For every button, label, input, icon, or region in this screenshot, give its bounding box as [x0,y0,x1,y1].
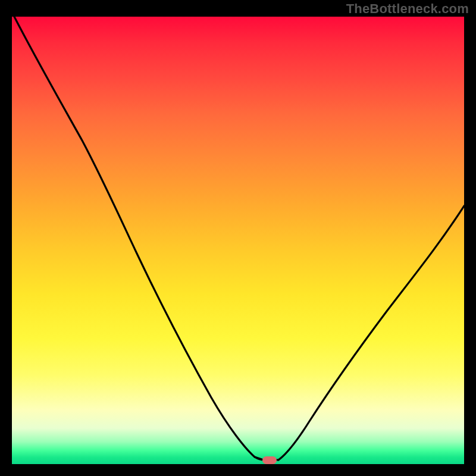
plot-area [12,17,464,464]
bottleneck-curve-svg [12,17,464,464]
chart-frame: TheBottleneck.com [0,0,476,476]
curve-left [14,17,262,459]
curve-right [278,206,464,460]
optimal-marker [262,456,277,464]
watermark-text: TheBottleneck.com [346,1,469,17]
